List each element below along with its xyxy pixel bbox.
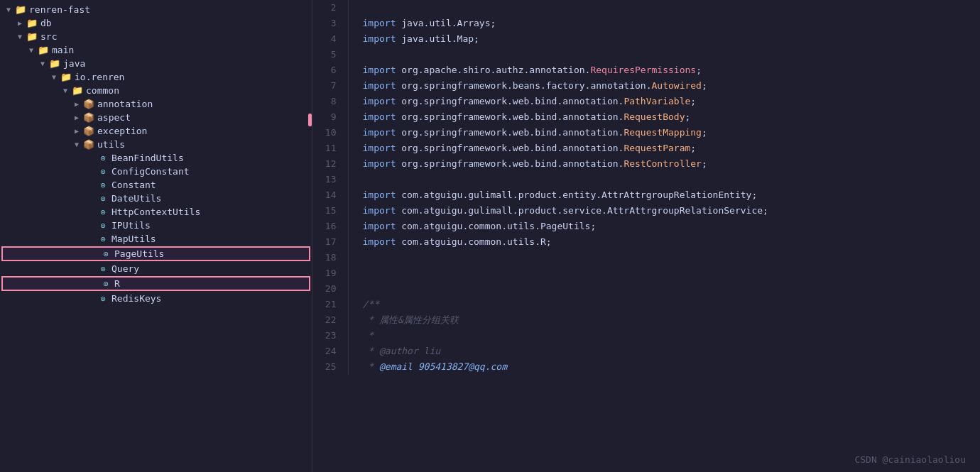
tree-item-exception[interactable]: ▶ 📦 exception [0,124,312,138]
tree-item-java[interactable]: ▼ 📁 java [0,57,312,70]
tree-item-MapUtils[interactable]: ▶ ⊙ MapUtils [0,232,312,246]
tree-item-HttpContextUtils[interactable]: ▶ ⊙ HttpContextUtils [0,205,312,219]
aspect-row-container: ▶ 📦 aspect [0,111,312,124]
line-content [348,47,980,62]
arrow-aspect: ▶ [71,114,82,121]
line-content: import org.springframework.beans.factory… [348,78,980,94]
label-common: common [86,85,119,96]
code-editor[interactable]: 2 3import java.util.Arrays;4import java.… [312,0,980,472]
folder-icon-main: 📁 [37,45,50,55]
class-icon-HttpContextUtils: ⊙ [97,207,109,217]
tree-item-RedisKeys[interactable]: ▶ ⊙ RedisKeys [0,292,312,305]
line-number: 22 [312,312,348,328]
folder-icon-db: 📁 [26,18,38,28]
label-aspect: aspect [97,112,131,123]
label-src: src [40,31,57,42]
label-java: java [63,58,85,69]
tree-item-IPUtils[interactable]: ▶ ⊙ IPUtils [0,219,312,232]
code-line-24: 24 * @author liu [312,344,980,359]
line-number: 6 [312,62,348,78]
class-icon-PageUtils: ⊙ [99,249,112,259]
code-line-22: 22 * 属性&属性分组关联 [312,312,980,328]
tree-item-common[interactable]: ▼ 📁 common [0,84,312,97]
code-line-7: 7import org.springframework.beans.factor… [312,78,980,94]
label-BeanFindUtils: BeanFindUtils [111,153,184,163]
line-number: 11 [312,141,348,156]
code-line-5: 5 [312,47,980,62]
line-number: 23 [312,328,348,344]
code-line-19: 19 [312,265,980,281]
class-icon-DateUtils: ⊙ [97,194,109,204]
code-line-4: 4import java.util.Map; [312,31,980,47]
class-icon-RedisKeys: ⊙ [97,294,109,304]
line-number: 18 [312,250,348,265]
label-utils: utils [97,139,125,150]
arrow-common: ▼ [60,87,71,94]
tree-item-PageUtils[interactable]: ▶ ⊙ PageUtils [1,246,310,261]
code-line-25: 25 * @email 905413827@qq.com [312,359,980,375]
code-line-20: 20 [312,281,980,297]
label-db: db [40,18,52,28]
tree-item-main[interactable]: ▼ 📁 main [0,43,312,57]
code-line-12: 12import org.springframework.web.bind.an… [312,156,980,172]
arrow-exception: ▶ [71,127,82,135]
code-line-18: 18 [312,250,980,265]
line-number: 14 [312,187,348,203]
line-number: 7 [312,78,348,94]
pkg-icon-annotation: 📦 [82,99,95,109]
code-line-17: 17import com.atguigu.common.utils.R; [312,234,980,250]
label-ConfigConstant: ConfigConstant [111,166,190,177]
code-line-6: 6import org.apache.shiro.authz.annotatio… [312,62,980,78]
line-content: import org.apache.shiro.authz.annotation… [348,62,980,78]
label-IPUtils: IPUtils [111,220,151,231]
tree-root[interactable]: ▼ 📁 renren-fast [0,3,312,16]
tree-item-aspect[interactable]: ▶ 📦 aspect [0,111,312,124]
line-content: import org.springframework.web.bind.anno… [348,94,980,109]
line-number: 8 [312,94,348,109]
label-PageUtils: PageUtils [114,248,164,259]
tree-item-db[interactable]: ▶ 📁 db [0,16,312,30]
folder-icon-java: 📁 [48,58,61,69]
line-number: 15 [312,203,348,219]
tree-item-utils[interactable]: ▼ 📦 utils [0,138,312,151]
line-content [348,172,980,187]
code-line-13: 13 [312,172,980,187]
tree-item-iorenren[interactable]: ▼ 📁 io.renren [0,70,312,84]
tree-item-Constant[interactable]: ▶ ⊙ Constant [0,178,312,192]
code-line-3: 3import java.util.Arrays; [312,16,980,31]
class-icon-ConfigConstant: ⊙ [97,167,109,177]
label-DateUtils: DateUtils [111,193,161,204]
file-tree[interactable]: ▼ 📁 renren-fast ▶ 📁 db ▼ 📁 src ▼ 📁 main … [0,0,312,472]
class-icon-MapUtils: ⊙ [97,234,109,244]
line-content: * [348,328,980,344]
pkg-icon-exception: 📦 [82,126,95,136]
label-root: renren-fast [29,4,90,15]
line-content: /** [348,297,980,312]
line-content: import org.springframework.web.bind.anno… [348,156,980,172]
code-line-16: 16import com.atguigu.common.utils.PageUt… [312,219,980,234]
class-icon-R: ⊙ [99,279,112,289]
tree-item-src[interactable]: ▼ 📁 src [0,30,312,43]
code-line-15: 15import com.atguigu.gulimall.product.se… [312,203,980,219]
tree-item-DateUtils[interactable]: ▶ ⊙ DateUtils [0,192,312,205]
tree-item-ConfigConstant[interactable]: ▶ ⊙ ConfigConstant [0,165,312,178]
line-content: import org.springframework.web.bind.anno… [348,109,980,125]
line-content: import com.atguigu.gulimall.product.enti… [348,187,980,203]
scroll-indicator [308,114,312,126]
tree-item-Query[interactable]: ▶ ⊙ Query [0,262,312,275]
code-line-9: 9import org.springframework.web.bind.ann… [312,109,980,125]
pkg-icon-utils: 📦 [82,139,95,150]
arrow-main: ▼ [26,46,37,54]
line-content: import com.atguigu.common.utils.R; [348,234,980,250]
label-MapUtils: MapUtils [111,234,156,244]
label-Constant: Constant [111,180,156,190]
arrow-utils: ▼ [71,141,82,148]
tree-item-BeanFindUtils[interactable]: ▶ ⊙ BeanFindUtils [0,151,312,165]
tree-item-annotation[interactable]: ▶ 📦 annotation [0,97,312,111]
label-R: R [114,278,120,289]
tree-item-R[interactable]: ▶ ⊙ R [1,276,310,291]
line-number: 3 [312,16,348,31]
label-annotation: annotation [97,99,153,109]
line-number: 10 [312,125,348,141]
line-number: 25 [312,359,348,375]
